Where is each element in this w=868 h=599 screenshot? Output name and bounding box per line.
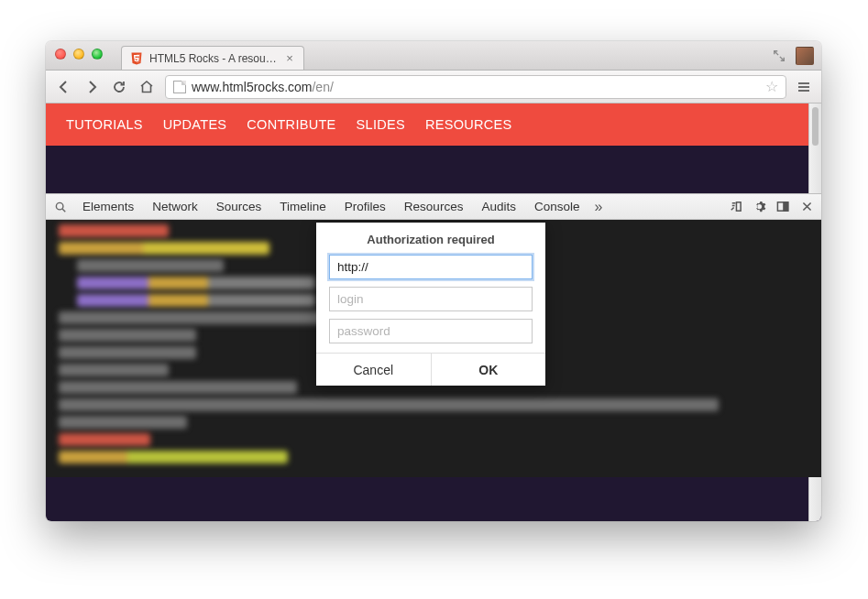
zoom-window-button[interactable] (92, 49, 103, 60)
toggle-drawer-icon[interactable] (728, 200, 742, 214)
svg-rect-6 (783, 202, 787, 211)
devtools-tab-profiles[interactable]: Profiles (337, 194, 393, 220)
devtools-close-icon[interactable] (799, 200, 814, 214)
page-icon (173, 81, 186, 93)
nav-link[interactable]: SLIDES (357, 117, 405, 132)
window-controls (55, 49, 103, 60)
devtools-tab-audits[interactable]: Audits (474, 194, 523, 220)
svg-rect-1 (798, 86, 809, 88)
auth-login-input[interactable] (329, 287, 533, 311)
devtools-tabbar: Elements Network Sources Timeline Profil… (46, 194, 821, 220)
svg-rect-4 (736, 202, 741, 211)
profile-avatar[interactable] (796, 47, 814, 65)
dock-side-icon[interactable] (775, 200, 790, 214)
url-text: www.html5rocks.com/en/ (192, 80, 760, 94)
devtools-tab-resources[interactable]: Resources (397, 194, 471, 220)
minimize-window-button[interactable] (73, 49, 84, 60)
tab-title: HTML5 Rocks - A resource (149, 52, 278, 65)
nav-link[interactable]: UPDATES (163, 117, 227, 132)
devtools-tab-network[interactable]: Network (145, 194, 205, 220)
back-button[interactable] (55, 78, 73, 96)
bookmark-star-icon[interactable]: ☆ (765, 78, 778, 95)
html5-favicon (129, 51, 144, 66)
home-button[interactable] (137, 78, 156, 96)
page-viewport: TUTORIALS UPDATES CONTRIBUTE SLIDES RESO… (46, 103, 821, 521)
search-icon[interactable] (53, 200, 68, 214)
devtools-tab-timeline[interactable]: Timeline (272, 194, 334, 220)
close-window-button[interactable] (55, 49, 66, 60)
devtools-tab-sources[interactable]: Sources (209, 194, 269, 220)
auth-url-input[interactable] (329, 255, 533, 279)
settings-gear-icon[interactable] (752, 200, 766, 214)
svg-rect-0 (798, 82, 809, 84)
devtools-overflow-icon[interactable]: » (590, 199, 606, 215)
browser-tab[interactable]: HTML5 Rocks - A resource × (121, 46, 304, 70)
dialog-title: Authorization required (316, 223, 545, 255)
address-bar[interactable]: www.html5rocks.com/en/ ☆ (165, 75, 786, 99)
nav-link[interactable]: CONTRIBUTE (247, 117, 335, 132)
browser-window: HTML5 Rocks - A resource × (46, 41, 821, 521)
devtools-tab-elements[interactable]: Elements (75, 194, 141, 220)
auth-dialog: Authorization required Cancel OK (316, 223, 545, 386)
titlebar: HTML5 Rocks - A resource × (46, 41, 821, 71)
chrome-menu-icon[interactable] (796, 78, 812, 96)
devtools-panel: Elements Network Sources Timeline Profil… (46, 193, 821, 477)
browser-toolbar: www.html5rocks.com/en/ ☆ (46, 71, 821, 103)
svg-point-3 (56, 202, 63, 210)
svg-rect-2 (798, 90, 809, 92)
site-nav: TUTORIALS UPDATES CONTRIBUTE SLIDES RESO… (46, 103, 821, 146)
ok-button[interactable]: OK (431, 354, 546, 386)
forward-button[interactable] (82, 78, 101, 96)
devtools-tab-console[interactable]: Console (527, 194, 588, 220)
tab-close-icon[interactable]: × (283, 52, 296, 65)
cancel-button[interactable]: Cancel (316, 354, 431, 386)
reload-button[interactable] (110, 78, 128, 96)
hero-banner (46, 146, 821, 193)
scrollbar-thumb[interactable] (812, 107, 819, 146)
nav-link[interactable]: TUTORIALS (66, 117, 143, 132)
auth-password-input[interactable] (329, 319, 533, 343)
fullscreen-icon[interactable] (772, 49, 786, 63)
nav-link[interactable]: RESOURCES (425, 117, 512, 132)
devtools-console[interactable]: Authorization required Cancel OK (46, 220, 821, 477)
